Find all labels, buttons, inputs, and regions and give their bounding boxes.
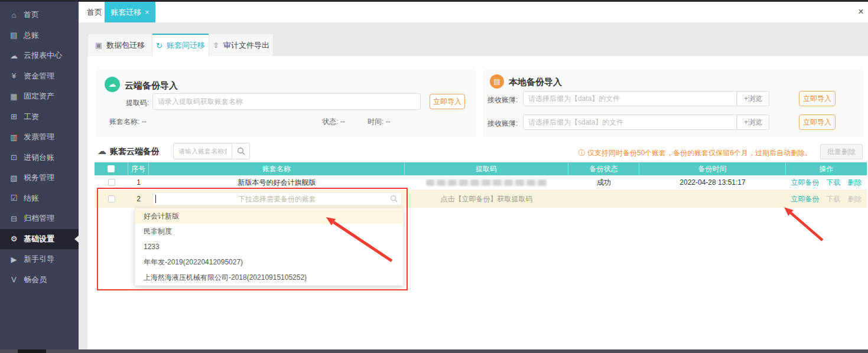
sidebar-item-member[interactable]: Ⅴ畅会员	[0, 270, 79, 290]
cloud-download-icon: ☁	[105, 77, 120, 92]
info-icon: ⓘ	[578, 149, 586, 157]
ledger-icon: ▤	[9, 31, 18, 40]
sidebar-item-label: 归档管理	[24, 213, 54, 224]
row-checkbox[interactable]	[108, 179, 115, 186]
between-books-icon: ↻	[156, 41, 162, 50]
sidebar-item-home[interactable]: ⌂首页	[0, 5, 79, 25]
row-backup-status: 成功	[568, 175, 639, 189]
sidebar-item-cloud-reports[interactable]: ☁云报表中心	[0, 45, 79, 66]
text-caret	[155, 195, 156, 203]
cloud-import-now-button[interactable]: 立即导入	[430, 94, 465, 109]
inventory-icon: ⊡	[9, 153, 18, 162]
card-title: 本地备份导入	[509, 77, 562, 88]
status-pair: 状态: --	[322, 117, 345, 127]
sidebar-item-basic-settings[interactable]: ⚙基础设置	[0, 229, 79, 250]
sidebar-item-tax[interactable]: ▧税务管理	[0, 168, 79, 188]
row-backup-time: 2022-04-28 13:51:17	[639, 175, 786, 189]
header-account-name: 账套名称	[149, 162, 405, 175]
sidebar-item-salary[interactable]: ⊞工资	[0, 107, 79, 128]
sidebar-item-label: 固定资产	[24, 91, 54, 102]
row-checkbox[interactable]	[108, 195, 115, 202]
header-backup-status: 备份状态	[568, 162, 639, 175]
sidebar-item-beginner-guide[interactable]: ▶新手引导	[0, 249, 79, 270]
tab-close-icon[interactable]: ×	[145, 8, 149, 17]
window-close-icon[interactable]: ×	[855, 6, 867, 18]
sidebar-item-label: 资金管理	[24, 71, 54, 81]
status-value: --	[340, 117, 345, 126]
local-import-now-button[interactable]: 立即导入	[799, 115, 836, 130]
download-link[interactable]: 下载	[827, 178, 841, 188]
invoice-icon: ▥	[9, 133, 18, 142]
batch-delete-button[interactable]: 批量删除	[820, 144, 863, 159]
account-name-label: 账套名称:	[109, 117, 139, 126]
local-sdata-file-input[interactable]	[523, 115, 737, 130]
local-backup-import-card: ▤ 本地备份导入 接收账簿: +浏览 立即导入 接收账簿: +浏览 立即导入	[483, 70, 864, 137]
top-tab-label: 账套迁移	[110, 7, 141, 18]
sidebar-item-funds[interactable]: ¥资金管理	[0, 66, 79, 87]
dropdown-option[interactable]: 年年发-2019(20220412095027)	[135, 254, 403, 270]
tab-between-account-migration[interactable]: ↻ 账套间迁移	[152, 34, 209, 56]
dropdown-option[interactable]: 1233	[135, 239, 403, 254]
receive-book-label: 接收账簿:	[487, 95, 518, 105]
member-icon: Ⅴ	[9, 275, 18, 284]
sidebar-item-label: 畅会员	[24, 274, 47, 285]
row-backup-time	[639, 190, 786, 208]
top-tab-home[interactable]: 首页	[87, 2, 102, 22]
backup-now-link[interactable]: 立即备份	[791, 194, 820, 204]
browse-button[interactable]: +浏览	[737, 115, 769, 130]
account-name-value: --	[142, 117, 147, 126]
sidebar-item-label: 税务管理	[24, 172, 54, 183]
download-link[interactable]: 下载	[827, 194, 841, 204]
tab-label: 账套间迁移	[167, 40, 205, 51]
header-operations: 操作	[786, 162, 867, 175]
row-index: 1	[128, 175, 149, 189]
extract-code-input[interactable]	[152, 93, 421, 110]
status-label: 状态:	[322, 117, 338, 126]
account-select-input[interactable]	[152, 192, 402, 205]
dropdown-option[interactable]: 民非制度	[135, 224, 403, 239]
dropdown-option[interactable]: 好会计新版	[135, 208, 403, 224]
warning-text: 仅支持同时备份50个账套，备份的账套仅保留6个月，过期后自动删除。	[587, 149, 812, 157]
time-label: 时间:	[368, 117, 383, 126]
row-index: 2	[128, 190, 149, 208]
search-icon	[237, 147, 245, 155]
browse-button[interactable]: +浏览	[737, 91, 769, 106]
tab-label: 数据包迁移	[106, 40, 145, 51]
cloud-backup-icon: ☁	[97, 146, 106, 156]
dropdown-option[interactable]: 上海然海液压机械有限公司-2018(20210915105252)	[135, 270, 403, 285]
header-extract-code: 提取码	[405, 162, 568, 175]
sidebar-item-label: 发票管理	[24, 132, 54, 142]
extract-code-label: 提取码:	[126, 98, 149, 108]
header-select-cell	[95, 162, 128, 175]
select-all-checkbox[interactable]	[108, 165, 115, 172]
tab-audit-file-export[interactable]: ⇧ 审计文件导出	[209, 34, 274, 56]
sidebar-item-label: 云报表中心	[24, 50, 62, 61]
top-tab-account-migration[interactable]: 账套迁移 ×	[105, 2, 155, 22]
audit-export-icon: ⇧	[213, 41, 219, 50]
top-tab-bar: 首页 账套迁移 ×	[79, 2, 868, 22]
sidebar-item-general-ledger[interactable]: ▤总账	[0, 25, 79, 46]
sidebar-item-archive[interactable]: ⊟归档管理	[0, 208, 79, 229]
guide-icon: ▶	[9, 255, 18, 264]
local-import-now-button[interactable]: 立即导入	[799, 91, 836, 106]
home-icon: ⌂	[9, 11, 18, 19]
table-header-row: 序号 账套名称 提取码 备份状态 备份时间 操作	[95, 162, 867, 175]
delete-link[interactable]: 删除	[848, 178, 862, 188]
local-file-icon: ▤	[490, 74, 504, 89]
time-pair: 时间: --	[368, 117, 391, 127]
sidebar-item-invoice[interactable]: ▥发票管理	[0, 127, 79, 148]
sidebar-item-closing[interactable]: ☑结账	[0, 188, 79, 209]
local-data-file-input[interactable]	[523, 91, 737, 106]
account-search-input[interactable]	[173, 143, 232, 159]
delete-link[interactable]: 删除	[848, 194, 862, 204]
sidebar-item-fixed-assets[interactable]: ▦固定资产	[0, 86, 79, 107]
search-button[interactable]	[232, 143, 250, 159]
funds-icon: ¥	[9, 71, 18, 80]
sidebar: ⌂首页 ▤总账 ☁云报表中心 ¥资金管理 ▦固定资产 ⊞工资 ▥发票管理 ⊡进销…	[0, 2, 79, 349]
sidebar-item-inventory[interactable]: ⊡进销台账	[0, 148, 79, 168]
tab-data-package-migration[interactable]: ▣ 数据包迁移	[87, 34, 152, 56]
table-row: 1 新版本号的好会计旗舰版 成功 2022-04-28 13:51:17 立即备…	[95, 175, 867, 190]
account-dropdown: 好会计新版 民非制度 1233 年年发-2019(20220412095027)…	[135, 208, 404, 286]
backup-now-link[interactable]: 立即备份	[791, 178, 820, 188]
time-value: --	[386, 117, 391, 126]
